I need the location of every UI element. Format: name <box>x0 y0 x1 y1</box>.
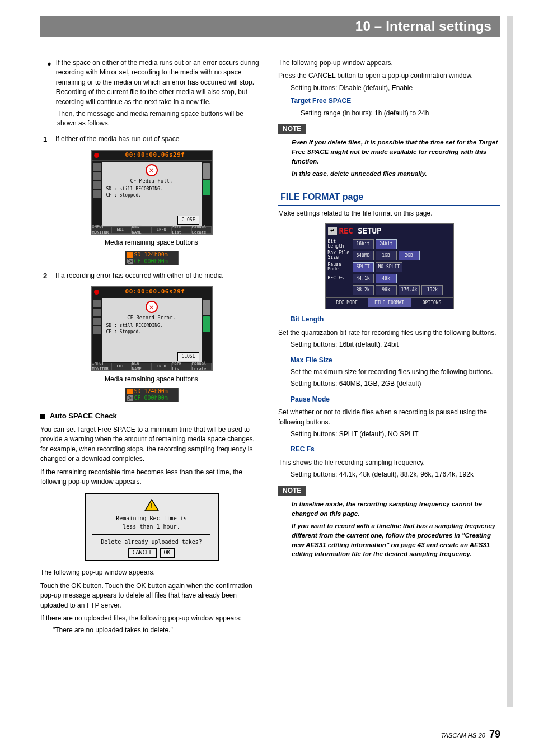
media-remaining-widget: SD 124h00m CF 000h00m <box>125 388 179 402</box>
bullet-dot: ● <box>47 58 51 107</box>
note-paragraph: Even if you delete files, it is possible… <box>292 138 500 166</box>
note-paragraph: If you want to record with a timeline th… <box>292 521 500 559</box>
right-column: The following pop-up window appears. Pre… <box>278 58 500 636</box>
rec-setup-row-label: Bit Length <box>328 240 353 249</box>
rec-setup-tab[interactable]: OPTIONS <box>411 298 453 308</box>
screen-tab[interactable]: INPUT MONITOR <box>92 363 112 370</box>
paragraph: If either of the media has run out of sp… <box>55 134 179 145</box>
sd-label: SD <box>134 252 141 258</box>
rec-setup-option-button[interactable]: 16bit <box>353 239 374 249</box>
note-body: In timeline mode, the recording sampling… <box>278 500 500 559</box>
screen-tab[interactable]: EDIT <box>111 363 132 370</box>
paragraph: You can set Target Free SPACE to a minim… <box>40 425 263 464</box>
page-footer: TASCAM HS-20 79 <box>441 727 500 741</box>
ok-button[interactable]: OK <box>160 548 175 558</box>
screen-tab[interactable]: Mark List <box>171 226 191 234</box>
screen-tab[interactable]: INFO <box>152 363 172 370</box>
screen-tab[interactable]: Mark List <box>171 363 191 370</box>
file-format-page-heading: FILE FORMAT page <box>278 189 500 206</box>
paragraph: Then, the message and media remaining sp… <box>40 109 263 129</box>
media-remaining-widget: SD 124h00m CF 000h00m <box>125 251 179 265</box>
quoted-message: "There are no uploaded takes to delete." <box>40 626 263 635</box>
setting-line: Setting buttons: SPLIT (default), NO SPL… <box>278 430 500 439</box>
rec-setup-option-button[interactable]: 1GB <box>376 251 397 261</box>
rec-setup-option-button[interactable]: 2GB <box>399 251 420 261</box>
figure-caption: Media remaining space buttons <box>40 375 263 384</box>
numbered-item-2: 2 If a recording error has occurred with… <box>40 271 263 282</box>
bullet-item: ● If the space on either of the media ru… <box>40 58 263 107</box>
error-icon: ✕ <box>146 301 158 313</box>
rec-fs-heading: REC Fs <box>278 445 500 454</box>
setting-line: Setting buttons: 16bit (default), 24bit <box>278 340 500 349</box>
device-screenshot-media-full: 00:00:00.06s29f ✕ CF Media Full. SD : st… <box>91 150 213 235</box>
paragraph: This shows the file recording sampling f… <box>278 458 500 468</box>
paragraph: Set whether or not to divide files when … <box>278 408 500 427</box>
screen-tab[interactable]: EDIT <box>111 226 132 234</box>
rec-setup-option-button[interactable]: NO SPLIT <box>376 262 403 272</box>
pause-mode-heading: Pause Mode <box>278 395 500 404</box>
rec-setup-option-button[interactable]: 24bit <box>376 239 397 249</box>
screen-tab[interactable]: NEXT NAME <box>132 226 152 234</box>
item-number: 2 <box>43 271 50 282</box>
back-arrow-icon[interactable]: ↩ <box>328 227 337 235</box>
setting-line: Setting buttons: 640MB, 1GB, 2GB (defaul… <box>278 379 500 389</box>
sd-value: 124h00m <box>144 252 168 258</box>
auto-space-check-heading: Auto SPACE Check <box>40 411 263 422</box>
screen-tab[interactable]: Manual Locate <box>191 226 212 234</box>
screen-tab[interactable]: Manual Locate <box>191 363 212 370</box>
left-column: ● If the space on either of the media ru… <box>40 58 263 636</box>
cf-label: CF <box>134 259 141 264</box>
error-title: CF Media Full. <box>130 178 173 185</box>
product-name: TASCAM HS-20 <box>441 732 485 739</box>
paragraph: If there are no uploaded files, the foll… <box>40 614 263 623</box>
rec-setup-option-button[interactable]: 96k <box>376 285 397 295</box>
status-line: CF : Stopped. <box>104 192 199 199</box>
timecode: 00:00:00.06s29f <box>101 287 209 296</box>
note-badge: NOTE <box>278 124 306 134</box>
screen-tab[interactable]: INFO <box>152 226 172 234</box>
paragraph: If the remaining recordable time becomes… <box>40 468 263 487</box>
rec-setup-option-button[interactable]: 48k <box>376 274 397 284</box>
screen-tab[interactable]: NEXT NAME <box>132 363 152 370</box>
note-body: Even if you delete files, it is possible… <box>278 138 500 179</box>
rec-setup-option-button[interactable]: 176.4k <box>399 285 420 295</box>
close-button[interactable]: CLOSE <box>177 216 199 225</box>
rec-setup-option-button[interactable]: 88.2k <box>353 285 374 295</box>
rec-setup-tab[interactable]: REC MODE <box>326 298 368 308</box>
rec-setup-screenshot: ↩ REC SETUP Bit Length16bit24bitMax File… <box>325 223 454 310</box>
sd-icon <box>127 389 133 394</box>
close-button[interactable]: CLOSE <box>177 352 199 361</box>
warning-icon: ! <box>144 499 159 511</box>
status-line: CF : Stopped. <box>104 329 199 335</box>
error-title: CF Record Error. <box>127 314 176 321</box>
rec-setup-row-label: REC Fs <box>328 276 353 281</box>
rec-setup-option-button[interactable]: 192k <box>421 285 443 295</box>
target-free-space-heading: Target Free SPACE <box>278 96 500 106</box>
chapter-title: 10 – Internal settings <box>355 17 491 36</box>
popup-line: Remaining Rec Time is <box>116 515 186 523</box>
note-paragraph: In timeline mode, the recording sampling… <box>292 500 500 518</box>
numbered-item-1: 1 If either of the media has run out of … <box>40 134 263 145</box>
svg-text:!: ! <box>149 502 153 510</box>
cf-value: 000h00m <box>144 259 168 264</box>
page-content: ● If the space on either of the media ru… <box>40 58 500 636</box>
rec-setup-option-button[interactable]: 44.1k <box>353 274 374 284</box>
popup-remaining-rec-time: ! Remaining Rec Time is less than 1 hour… <box>85 493 219 561</box>
paragraph: Make settings related to the file format… <box>278 209 500 218</box>
sd-value: 124h00m <box>144 389 168 394</box>
setting-line: Setting range (in hours): 1h (default) t… <box>278 109 500 118</box>
device-screenshot-record-error: 00:00:00.06s29f ✕ CF Record Error. SD : … <box>91 286 213 371</box>
record-indicator-icon <box>94 153 99 158</box>
rec-setup-row-label: Pause Mode <box>328 263 353 272</box>
note-badge: NOTE <box>278 486 306 496</box>
rec-setup-tab[interactable]: FILE FORMAT <box>368 298 411 308</box>
rec-setup-option-button[interactable]: SPLIT <box>353 262 374 272</box>
heading-text: Auto SPACE Check <box>50 411 117 422</box>
sd-label: SD <box>134 389 141 394</box>
screen-tab[interactable]: INPUT MONITOR <box>92 226 112 234</box>
cancel-button[interactable]: CANCEL <box>128 548 157 558</box>
sd-icon <box>127 252 133 258</box>
rec-setup-option-button[interactable]: 640MB <box>353 251 374 261</box>
status-line: SD : still RECORDING. <box>104 186 199 193</box>
max-file-size-heading: Max File Size <box>278 356 500 365</box>
